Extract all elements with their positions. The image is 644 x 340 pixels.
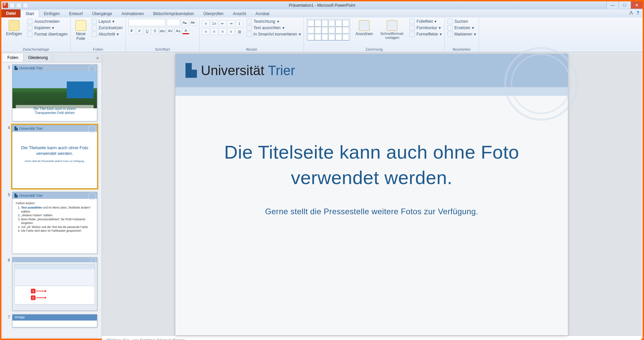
- shape-outline-button[interactable]: Formkontur ▾: [410, 25, 442, 31]
- minimize-button[interactable]: —: [606, 1, 619, 9]
- reset-icon: [92, 25, 97, 31]
- select-button[interactable]: Markieren ▾: [447, 32, 476, 37]
- thumb-title: Der Titel kann auch in einem Transparent…: [16, 105, 94, 117]
- outline-icon: [410, 25, 415, 31]
- text-direction-button[interactable]: Textrichtung ▾: [247, 19, 301, 24]
- shrink-font-icon[interactable]: A▾: [190, 19, 196, 26]
- notes-pane[interactable]: Klicken Sie, um Notizen hinzuzufügen: [102, 335, 641, 340]
- align-center-icon[interactable]: ≡: [211, 28, 218, 35]
- grow-font-icon[interactable]: A▴: [181, 19, 188, 26]
- find-button[interactable]: Suchen: [447, 19, 476, 24]
- thumb-band: Vorlage: [12, 315, 97, 321]
- new-slide-button[interactable]: Neue Folie: [73, 19, 88, 42]
- slide-thumb-3[interactable]: 3 Universität Trier Der Titel kann auch …: [5, 64, 99, 121]
- panel-tab-slides[interactable]: Folien: [3, 54, 23, 62]
- slide-subtitle[interactable]: Gerne stellt die Pressestelle weitere Fo…: [196, 207, 548, 216]
- shadow-icon[interactable]: abc: [159, 27, 166, 34]
- tab-slideshow[interactable]: Bildschirmpräsentation: [149, 10, 199, 17]
- panel-close-icon[interactable]: ×: [96, 55, 99, 61]
- list-item: Beim Reiter „benutzerdefiniert" die RGB-…: [21, 218, 94, 225]
- section-button[interactable]: Abschnitt ▾: [92, 32, 123, 37]
- thumb-heading: Farben ändern:: [16, 202, 94, 205]
- replace-button[interactable]: Ersetzen ▾: [447, 25, 476, 31]
- reset-button[interactable]: Zurücksetzen: [92, 25, 123, 31]
- panel-tab-outline[interactable]: Gliederung: [23, 54, 53, 62]
- paste-button[interactable]: Einfügen: [4, 19, 24, 38]
- university-logo: Universität Trier: [185, 63, 295, 78]
- italic-icon[interactable]: K: [136, 27, 143, 34]
- qat-redo-icon[interactable]: [23, 3, 28, 8]
- font-color-icon[interactable]: A: [182, 27, 189, 34]
- scissors-icon: [27, 19, 33, 24]
- shape-fill-button[interactable]: Fülleffekt ▾: [410, 19, 442, 24]
- copy-button[interactable]: Kopieren ▾: [27, 25, 67, 31]
- align-text-button[interactable]: Text ausrichten ▾: [247, 25, 301, 31]
- cut-button[interactable]: Ausschneiden: [27, 19, 67, 24]
- group-label: Zeichnung: [307, 47, 442, 51]
- strike-icon[interactable]: S: [152, 27, 158, 34]
- bold-icon[interactable]: F: [128, 27, 135, 34]
- window-title: Präsentation1 - Microsoft PowerPoint: [289, 3, 355, 8]
- tab-review[interactable]: Überprüfen: [199, 10, 228, 17]
- smartart-button[interactable]: In SmartArt konvertieren ▾: [247, 32, 301, 37]
- slide-thumb-6[interactable]: 6 1 2: [5, 257, 99, 311]
- tab-view[interactable]: Ansicht: [228, 10, 251, 17]
- minimize-ribbon-icon[interactable]: ᐱ: [630, 10, 633, 15]
- list-item: „Weitere Farben" wählen: [21, 214, 94, 217]
- thumb-title: Die Titelseite kann auch ohne Foto verwe…: [18, 145, 92, 157]
- seal-icon: [88, 125, 96, 133]
- format-painter-button[interactable]: Format übertragen: [27, 32, 67, 37]
- spacing-icon[interactable]: AV: [167, 27, 174, 34]
- list-item: Die Farbe wird dann im Farbkasten gespei…: [21, 229, 94, 233]
- tab-animations[interactable]: Animationen: [117, 10, 149, 17]
- slide-thumb-5[interactable]: 5 Universität Trier Farben ändern: Text …: [5, 192, 99, 254]
- tab-acrobat[interactable]: Acrobat: [251, 10, 274, 17]
- seal-icon: [91, 258, 96, 263]
- shapes-gallery[interactable]: [307, 19, 350, 40]
- underline-icon[interactable]: U: [144, 27, 151, 34]
- font-name-combo[interactable]: [128, 19, 165, 26]
- fill-icon: [410, 19, 415, 24]
- align-right-icon[interactable]: ≡: [219, 28, 226, 35]
- slide-thumb-7[interactable]: 7 Vorlage: [5, 314, 99, 328]
- quick-styles-icon: [387, 20, 397, 31]
- group-drawing: Anordnen Schnellformat- vorlagen Fülleff…: [304, 17, 445, 52]
- indent-icon[interactable]: ⇥: [227, 20, 235, 27]
- title-bar: Präsentation1 - Microsoft PowerPoint — □…: [1, 1, 643, 9]
- close-button[interactable]: ✕: [631, 1, 643, 9]
- tab-design[interactable]: Entwurf: [64, 10, 88, 17]
- logo-mark-icon: [14, 126, 18, 130]
- arrange-button[interactable]: Anordnen: [354, 19, 375, 38]
- group-font: A▴ A▾ F K U S abc AV Aa A Schriftart: [126, 17, 200, 52]
- seal-icon: [88, 192, 96, 200]
- maximize-button[interactable]: □: [619, 1, 631, 9]
- group-editing: Suchen Ersetzen ▾ Markieren ▾ Bearbeiten: [445, 17, 479, 52]
- align-left-icon[interactable]: ≡: [202, 28, 210, 35]
- numbering-icon[interactable]: 1≡: [211, 20, 218, 27]
- layout-button[interactable]: Layout ▾: [92, 19, 123, 24]
- slide-canvas[interactable]: Universität Trier Die Titelseite kann au…: [175, 54, 568, 335]
- brush-icon: [27, 32, 33, 37]
- line-spacing-icon[interactable]: ‡: [236, 20, 243, 27]
- group-clipboard: Einfügen Ausschneiden Kopieren ▾ Format …: [1, 17, 71, 52]
- qat-save-icon[interactable]: [9, 3, 15, 8]
- slide-title[interactable]: Die Titelseite kann auch ohne Foto verwe…: [196, 139, 548, 190]
- bullets-icon[interactable]: ≡: [202, 20, 210, 27]
- help-icon[interactable]: ?: [636, 10, 639, 15]
- tab-insert[interactable]: Einfügen: [39, 10, 64, 17]
- quick-styles-button[interactable]: Schnellformat- vorlagen: [378, 19, 406, 41]
- tab-transitions[interactable]: Übergänge: [88, 10, 117, 17]
- group-label: Zwischenablage: [4, 47, 68, 51]
- outdent-icon[interactable]: ⇤: [219, 20, 226, 27]
- app-icon: [3, 3, 8, 8]
- shape-effects-button[interactable]: Formeffekte ▾: [410, 32, 442, 37]
- case-icon[interactable]: Aa: [175, 27, 181, 34]
- slide-thumb-4[interactable]: 4 Universität Trier Die Titelseite kann …: [5, 125, 99, 188]
- columns-icon[interactable]: ▥: [236, 28, 243, 35]
- select-icon: [447, 32, 453, 37]
- tab-start[interactable]: Start: [20, 10, 39, 17]
- justify-icon[interactable]: ≡: [227, 28, 235, 35]
- qat-undo-icon[interactable]: [16, 3, 21, 8]
- font-size-combo[interactable]: [167, 19, 180, 26]
- tab-file[interactable]: Datei: [1, 9, 20, 17]
